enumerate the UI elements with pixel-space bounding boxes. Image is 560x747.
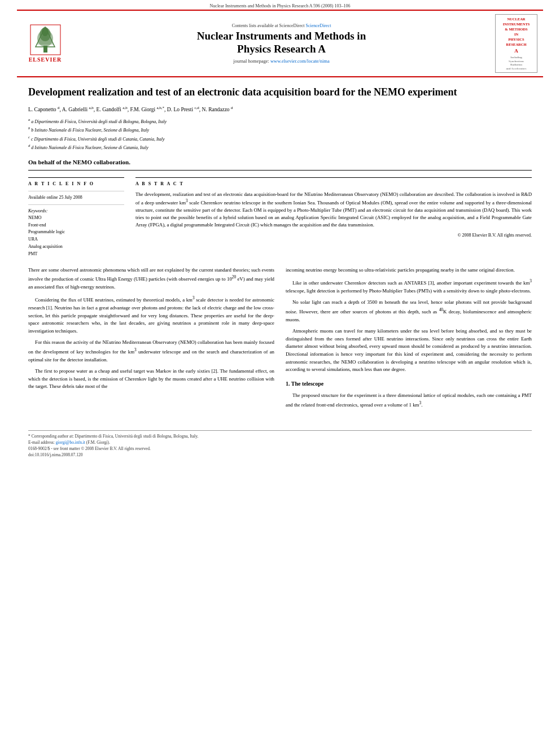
- main-content: Development realization and test of an e…: [0, 77, 560, 424]
- abstract-block: A B S T R A C T The development, realiza…: [135, 177, 532, 258]
- keywords-label: Keywords:: [28, 208, 124, 213]
- available-date: Available online 25 July 2008: [28, 195, 124, 200]
- body-para-1: There are some observed astronomic pheno…: [28, 267, 274, 291]
- svg-point-6: [42, 27, 49, 36]
- body-para-3: For this reason the activity of the NEut…: [28, 339, 274, 364]
- footer-email: E-mail address: giorgi@bo.infn.it (F.M. …: [28, 440, 532, 445]
- elsevier-logo: ELSEVIER: [23, 24, 68, 63]
- keywords-list: NEMO Front-end Programmable logic URA An…: [28, 215, 124, 258]
- affiliations: a a Dipartimento di Fisica, Università d…: [28, 117, 532, 152]
- abstract-text: The development, realization and test of…: [135, 191, 532, 229]
- section-heading-1: 1. The telescope: [286, 379, 532, 388]
- journal-header: ELSEVIER Contents lists available at Sci…: [17, 10, 543, 77]
- journal-homepage: journal homepage: www.elsevier.com/locat…: [68, 58, 495, 64]
- journal-header-center: Contents lists available at ScienceDirec…: [68, 23, 495, 64]
- body-para-7: No solar light can reach a depth of 3500…: [286, 299, 532, 324]
- contents-line: Contents lists available at ScienceDirec…: [68, 23, 495, 28]
- body-para-6: Like in other underwater Cherenkov detec…: [286, 278, 532, 295]
- article-title: Development realization and test of an e…: [28, 86, 532, 99]
- body-para-2: Considering the flux of UHE neutrinos, e…: [28, 295, 274, 335]
- keyword-proglogic: Programmable logic: [28, 229, 124, 236]
- keyword-nemo: NEMO: [28, 215, 124, 222]
- homepage-link[interactable]: www.elsevier.com/locate/nima: [270, 58, 330, 64]
- abstract-copyright: © 2008 Elsevier B.V. All rights reserved…: [135, 233, 532, 238]
- body-col-right: incoming neutrino energy becoming so ult…: [286, 267, 532, 413]
- keyword-ura: URA: [28, 236, 124, 243]
- body-two-col: There are some observed astronomic pheno…: [28, 267, 532, 413]
- article-info: A R T I C L E I N F O Available online 2…: [28, 177, 124, 258]
- elsevier-text: ELSEVIER: [29, 56, 62, 63]
- body-para-8: Atmospheric muons can travel for many ki…: [286, 327, 532, 374]
- top-bar: Nuclear Instruments and Methods in Physi…: [0, 0, 560, 10]
- elsevier-tree-icon: [30, 24, 61, 55]
- footer-issn: 0168-9002/$ - see front matter © 2008 El…: [28, 446, 532, 451]
- info-abstract-block: A R T I C L E I N F O Available online 2…: [28, 177, 532, 258]
- sciencedirect-link[interactable]: ScienceDirect: [305, 23, 331, 28]
- page-footer: * Corresponding author at: Dipartimento …: [28, 430, 532, 457]
- footer-corresponding: * Corresponding author at: Dipartimento …: [28, 434, 532, 439]
- authors-line: L. Caponetto d, A. Gabrielli a,b, E. Gan…: [28, 105, 532, 113]
- keyword-analog: Analog acquisition: [28, 243, 124, 251]
- citation-text: Nuclear Instruments and Methods in Physi…: [210, 3, 351, 8]
- body-para-5: incoming neutrino energy becoming so ult…: [286, 267, 532, 274]
- journal-right-logo: NUCLEARINSTRUMENTS& METHODSINPHYSICSRESE…: [495, 14, 537, 73]
- on-behalf: On behalf of the NEMO collaboration.: [28, 159, 532, 171]
- keyword-frontend: Front-end: [28, 222, 124, 229]
- footer-doi: doi:10.1016/j.nima.2008.07.120: [28, 452, 532, 457]
- page-wrapper: Nuclear Instruments and Methods in Physi…: [0, 0, 560, 747]
- body-col-left: There are some observed astronomic pheno…: [28, 267, 274, 413]
- article-info-title: A R T I C L E I N F O: [28, 181, 124, 186]
- body-para-9: The proposed structure for the experimen…: [286, 392, 532, 409]
- right-logo-detail: IncludingSynchrotronRadiationand Acceler…: [497, 56, 535, 71]
- journal-title: Nuclear Instruments and Methods inPhysic…: [68, 30, 495, 56]
- body-para-4: The first to propose water as a cheap an…: [28, 368, 274, 391]
- email-link[interactable]: giorgi@bo.infn.it: [56, 440, 85, 445]
- keyword-pmt: PMT: [28, 251, 124, 258]
- abstract-title: A B S T R A C T: [135, 181, 532, 186]
